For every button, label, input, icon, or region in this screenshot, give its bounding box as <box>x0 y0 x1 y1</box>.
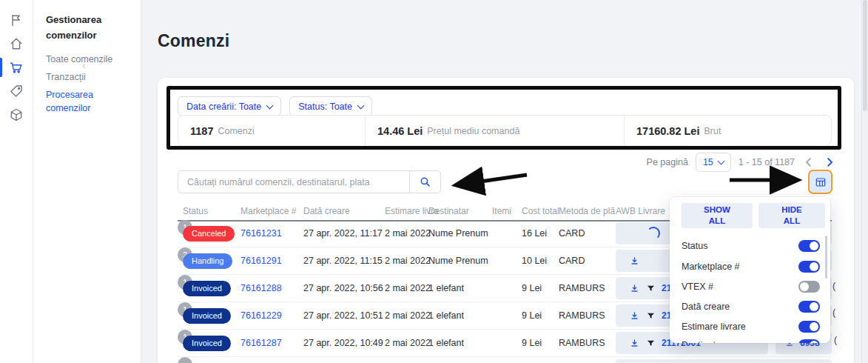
package-icon[interactable] <box>9 107 24 122</box>
chevron-down-icon <box>357 101 365 109</box>
filter-chip-label: Data creării: Toate <box>186 101 261 112</box>
stat-gross: 17160.82 Lei Brut <box>625 116 831 146</box>
toggle-destinatar[interactable] <box>798 339 820 343</box>
show-all-button[interactable]: SHOW ALL <box>682 203 753 228</box>
search-bar <box>178 170 441 193</box>
per-page-select[interactable]: 15 <box>696 153 731 172</box>
created-date: 27 apr. 2022, 10:56 <box>303 275 383 302</box>
created-date: 27 apr. 2022, 10:51 <box>303 302 383 329</box>
submenu-title: Gestionarea comenzilor <box>46 12 133 44</box>
flag-icon[interactable] <box>9 13 24 27</box>
pagination: Pe pagină 15 1 - 15 of 1187 <box>622 153 836 172</box>
column-toggle-row: VTEX # <box>670 278 830 298</box>
col-metoda-plata: Metoda de plă <box>559 206 615 216</box>
per-page-label: Pe pagină <box>647 157 688 167</box>
toggle-data-creare[interactable] <box>798 301 820 313</box>
stat-value: 14.46 Lei <box>377 125 423 137</box>
stat-total-orders: 1187 Comenzi <box>178 116 366 146</box>
order-link[interactable]: 76161229 <box>240 302 282 329</box>
estimate-date: 2 mai 2022 <box>385 275 431 302</box>
payment-method: CARD <box>559 220 585 247</box>
estimate-date: 2 mai 2022 <box>385 330 431 356</box>
courier-funnel-icon <box>646 284 656 293</box>
table-row <box>178 357 832 363</box>
recipient: Nume Prenum <box>428 247 488 274</box>
clipped-text-fragment: ( <box>832 281 835 291</box>
cart-icon[interactable] <box>9 60 24 75</box>
order-link[interactable]: 76161287 <box>240 330 282 356</box>
toggle-estimare-livrare[interactable] <box>798 321 820 333</box>
sidebar-item-toate-comenzile[interactable]: Toate comenzile <box>46 53 135 66</box>
col-marketplace: Marketplace # <box>240 206 296 216</box>
collapse-chevron-icon[interactable]: ‹ <box>82 59 86 71</box>
column-settings-button[interactable] <box>808 170 832 194</box>
status-badge: Handling <box>183 253 232 269</box>
download-icon <box>629 310 640 322</box>
awb-cell[interactable] <box>616 359 832 363</box>
cost-total: 16 Lei <box>522 220 547 247</box>
order-link[interactable]: 76161291 <box>240 247 282 274</box>
per-page-value: 15 <box>703 157 713 167</box>
order-link[interactable]: 76161231 <box>240 220 282 247</box>
column-toggle-row: Dată creare <box>670 298 830 318</box>
col-itemi: Itemi <box>492 206 511 216</box>
columns-icon <box>815 176 827 188</box>
toggle-marketplace[interactable] <box>798 261 820 273</box>
panel-scrollbar[interactable] <box>825 236 827 279</box>
hide-all-button[interactable]: HIDE ALL <box>758 203 825 228</box>
order-link[interactable]: 76161288 <box>240 275 282 302</box>
clipped-text-fragment: ( <box>834 335 837 345</box>
toggle-status[interactable] <box>798 240 820 252</box>
recipient: 1 elefant <box>428 330 464 356</box>
column-toggle-row: Marketplace # <box>670 258 830 278</box>
page-title: Comenzi <box>158 31 229 51</box>
tag-icon[interactable] <box>9 84 24 99</box>
filter-chip-data-crearii[interactable]: Data creării: Toate <box>178 96 281 116</box>
order-management-app: Gestionarea comenzilor Toate comenzile T… <box>0 0 868 363</box>
prev-page-button[interactable] <box>802 156 815 169</box>
toggle-label: Estimare livrare <box>682 322 746 332</box>
clipped-text-fragment: ( <box>832 307 835 318</box>
search-button[interactable] <box>409 171 440 193</box>
filter-chips: Data creării: Toate Status: Toate <box>178 96 372 116</box>
recipient: 1 elefant <box>428 302 464 329</box>
cost-total: 9 Lei <box>522 275 542 302</box>
recipient: 1 elefant <box>428 275 464 302</box>
search-input[interactable] <box>178 171 409 193</box>
col-destinatar: Destinatar <box>428 206 469 216</box>
next-page-button[interactable] <box>823 156 836 169</box>
status-badge: Invoiced <box>183 336 231 351</box>
status-badge: Invoiced <box>183 308 231 324</box>
toggle-label: Marketplace # <box>682 262 740 272</box>
chevron-down-icon <box>266 101 274 109</box>
courier-funnel-icon <box>646 311 656 321</box>
sidebar-item-tranzactii[interactable]: Tranzacții <box>46 70 135 84</box>
toggle-label: Status <box>682 241 707 251</box>
cost-total: 10 Lei <box>522 247 547 274</box>
toggle-label: Destinatar <box>682 340 724 343</box>
toggle-vtex[interactable] <box>798 281 820 293</box>
download-icon <box>629 283 640 294</box>
filter-chip-status[interactable]: Status: Toate <box>289 96 372 116</box>
stat-label: Brut <box>704 126 721 136</box>
recipient: Nume Prenum <box>428 220 488 247</box>
stat-value: 1187 <box>190 125 213 137</box>
window-scrollbar[interactable] <box>861 0 868 363</box>
courier-funnel-icon <box>646 339 656 348</box>
toggle-label: Dată creare <box>682 302 730 312</box>
created-date: 27 apr. 2022, 10:49 <box>303 330 383 356</box>
col-cost-total: Cost total <box>522 206 559 216</box>
payment-method: RAMBURS <box>559 275 605 302</box>
scrollbar-thumb[interactable] <box>863 0 867 111</box>
payment-method: RAMBURS <box>559 302 605 329</box>
stat-label: Comenzi <box>218 126 254 136</box>
column-toggle-row: Status <box>670 237 830 257</box>
column-picker-panel: SHOW ALL HIDE ALL Status Marketplace # V… <box>670 197 830 343</box>
sidebar-item-procesarea-comenzilor[interactable]: Procesarea comenzilor <box>46 88 135 115</box>
page-range: 1 - 15 of 1187 <box>739 157 795 167</box>
icon-rail <box>0 0 33 363</box>
sidebar-submenu: Gestionarea comenzilor Toate comenzile T… <box>33 0 141 363</box>
estimate-date: 2 mai 2022 <box>385 302 431 329</box>
home-icon[interactable] <box>9 36 24 51</box>
col-awb-livrare: AWB Livrare <box>616 206 665 216</box>
